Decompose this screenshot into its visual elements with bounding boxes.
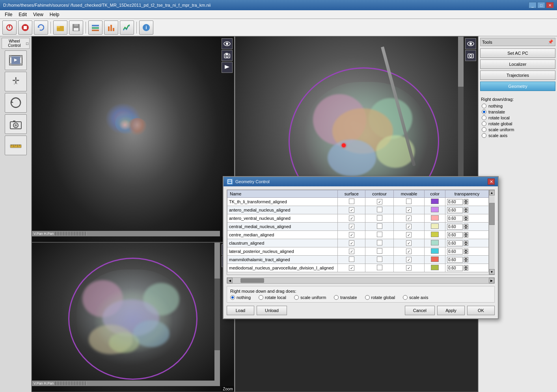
radio-translate[interactable]: translate (482, 110, 554, 114)
trans-up-3[interactable]: ▲ (464, 224, 468, 227)
movable-checkbox-1[interactable] (406, 207, 412, 213)
set-ac-pc-btn[interactable]: Set AC PC (480, 48, 555, 58)
surface-checkbox-3[interactable] (349, 224, 354, 229)
row-color-2[interactable] (425, 214, 445, 223)
viewport-bl-hscroll[interactable]: V.Pan H.Pan (32, 381, 220, 386)
contour-checkbox-7[interactable] (377, 256, 382, 262)
menu-view[interactable]: View (30, 11, 47, 18)
trans-up-7[interactable]: ▲ (464, 257, 468, 260)
contour-checkbox-1[interactable] (377, 207, 382, 212)
movable-checkbox-2[interactable] (406, 216, 412, 221)
transparency-input-3[interactable] (447, 224, 463, 230)
trans-up-5[interactable]: ▲ (464, 240, 468, 243)
sidebar-rotate-btn[interactable] (5, 93, 27, 113)
mouse-radio-scale-uniform[interactable]: scale uniform (294, 295, 326, 300)
trans-down-0[interactable]: ▼ (464, 202, 468, 204)
radio-scale-uniform[interactable]: scale uniform (482, 127, 554, 132)
surface-checkbox-1[interactable] (349, 207, 354, 213)
toolbar-folder-btn[interactable] (53, 20, 67, 35)
row-contour-8[interactable] (365, 264, 393, 272)
cancel-btn[interactable]: Cancel (405, 306, 435, 315)
trans-up-2[interactable]: ▲ (464, 216, 468, 218)
row-surface-0[interactable] (338, 198, 365, 206)
unload-btn[interactable]: Unload (257, 306, 287, 315)
viewport-tl-hscroll[interactable]: V.Pan H.Pan (32, 231, 220, 236)
trajectories-btn[interactable]: Trajectories (480, 71, 555, 80)
surface-checkbox-2[interactable] (349, 216, 354, 221)
row-movable-8[interactable] (393, 264, 424, 272)
dialog-close-btn[interactable]: ✕ (488, 178, 495, 185)
surface-checkbox-8[interactable] (349, 265, 354, 271)
color-swatch-4[interactable] (431, 232, 439, 237)
sidebar-move-btn[interactable]: ✛↕↔ (5, 72, 27, 91)
toolbar-layers-btn[interactable] (88, 20, 102, 35)
row-color-3[interactable] (425, 223, 445, 231)
transparency-input-7[interactable] (447, 257, 463, 263)
row-contour-2[interactable] (365, 214, 393, 223)
color-swatch-3[interactable] (431, 223, 439, 229)
menu-edit[interactable]: Edit (15, 11, 30, 18)
movable-checkbox-5[interactable] (406, 240, 412, 246)
table-vscroll[interactable]: ▲ ▼ (489, 190, 494, 275)
movable-checkbox-8[interactable] (406, 265, 412, 271)
hscroll-left-btn[interactable]: ◀ (227, 278, 233, 283)
localizer-btn[interactable]: Localizer (480, 59, 555, 69)
row-movable-3[interactable] (393, 223, 424, 231)
window-controls[interactable]: _ □ ✕ (529, 2, 554, 8)
sidebar-ruler-btn[interactable] (5, 136, 27, 155)
row-contour-5[interactable] (365, 239, 393, 247)
trans-up-6[interactable]: ▲ (464, 249, 468, 251)
row-movable-4[interactable] (393, 231, 424, 239)
mouse-radio-rotate-global[interactable]: rotate global (365, 295, 395, 300)
color-swatch-2[interactable] (431, 215, 439, 221)
contour-checkbox-2[interactable] (377, 215, 382, 221)
color-swatch-6[interactable] (431, 248, 439, 254)
transparency-input-4[interactable] (447, 232, 463, 238)
mouse-radio-nothing[interactable]: nothing (230, 295, 251, 300)
row-surface-8[interactable] (338, 264, 365, 272)
vp-tl-flag-btn[interactable] (222, 62, 233, 73)
contour-checkbox-0[interactable] (377, 199, 382, 204)
toolbar-power-btn[interactable] (2, 20, 17, 35)
row-contour-3[interactable] (365, 223, 393, 231)
row-surface-4[interactable] (338, 231, 365, 239)
ok-btn[interactable]: OK (467, 306, 495, 315)
vp-tr-eye-btn[interactable] (465, 38, 476, 49)
transparency-input-2[interactable] (447, 216, 463, 221)
trans-down-7[interactable]: ▼ (464, 260, 468, 262)
toolbar-stop-btn[interactable] (18, 20, 32, 35)
geometry-btn[interactable]: Geometry (480, 82, 555, 91)
row-contour-1[interactable] (365, 206, 393, 214)
surface-checkbox-4[interactable] (349, 232, 354, 238)
movable-checkbox-4[interactable] (406, 232, 412, 238)
trans-down-5[interactable]: ▼ (464, 243, 468, 246)
radio-rotate-global[interactable]: rotate global (482, 121, 554, 126)
vp-tl-eye-btn[interactable] (222, 38, 233, 49)
surface-checkbox-5[interactable] (349, 240, 354, 246)
row-contour-4[interactable] (365, 231, 393, 239)
row-color-7[interactable] (425, 256, 445, 264)
transparency-input-0[interactable] (447, 199, 463, 205)
trans-down-3[interactable]: ▼ (464, 227, 468, 229)
movable-checkbox-3[interactable] (406, 224, 412, 229)
row-contour-7[interactable] (365, 256, 393, 264)
row-movable-6[interactable] (393, 247, 424, 256)
color-swatch-1[interactable] (431, 207, 439, 212)
minimize-btn[interactable]: _ (529, 2, 537, 8)
menu-help[interactable]: Help (47, 11, 63, 18)
row-movable-1[interactable] (393, 206, 424, 214)
row-movable-5[interactable] (393, 239, 424, 247)
row-color-4[interactable] (425, 231, 445, 239)
apply-btn[interactable]: Apply (437, 306, 465, 315)
trans-up-8[interactable]: ▲ (464, 265, 468, 268)
mouse-radio-rotate-local[interactable]: rotate local (259, 295, 286, 300)
toolbar-info-btn[interactable]: i (139, 20, 153, 35)
row-color-6[interactable] (425, 247, 445, 256)
row-movable-2[interactable] (393, 214, 424, 223)
color-swatch-7[interactable] (431, 256, 439, 262)
maximize-btn[interactable]: □ (537, 2, 545, 8)
row-movable-7[interactable] (393, 256, 424, 264)
trans-down-2[interactable]: ▼ (464, 218, 468, 221)
transparency-input-6[interactable] (447, 249, 463, 255)
trans-up-4[interactable]: ▲ (464, 232, 468, 235)
